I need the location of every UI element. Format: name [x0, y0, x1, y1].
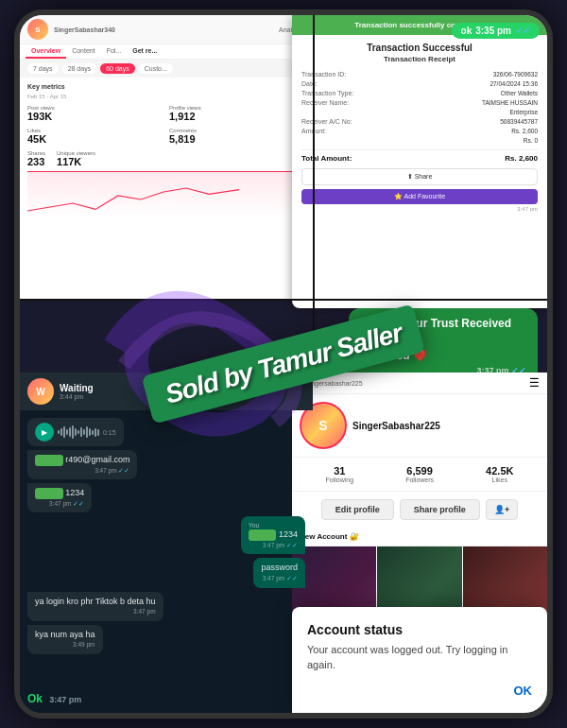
tx-row-amount: Amount: Rs. 2,600	[301, 128, 538, 134]
msg-time-3: 3:47 pm ✓✓	[249, 542, 298, 549]
account-status-modal: Account status Your account was logged o…	[292, 607, 547, 713]
transaction-card: Transaction Successful Transaction Recei…	[292, 35, 547, 219]
tx-row-acno: Receiver A/C No: 50839445787	[301, 118, 538, 125]
chat-contact-name: Waiting	[60, 383, 94, 393]
tab-get-re[interactable]: Get re...	[127, 44, 163, 59]
msg-email: ●●●● r490@gmail.com 3:47 pm ✓✓	[27, 450, 137, 479]
account-status-text: Your account was logged out. Try logging…	[307, 643, 532, 672]
msg-num-text: kya num aya ha	[35, 630, 95, 639]
waveform	[58, 425, 99, 440]
metrics-grid: Post views 193K Profile views 1,912 Like…	[27, 105, 305, 145]
blurred-pass: ●●●●	[35, 488, 63, 499]
top-ok-ticks: ✓✓	[515, 26, 530, 36]
metric-likes: Likes 45K	[27, 128, 163, 145]
tab-followers[interactable]: Fol...	[101, 44, 128, 59]
analytics-avatar: S	[27, 19, 48, 40]
play-button[interactable]: ▶	[35, 423, 54, 442]
metric-comments: Comments 5,819	[169, 128, 305, 145]
msg-pass-hint: ●●●● 1234 3:47 pm ✓✓	[27, 483, 92, 512]
tiktok-actions: Edit profile Share profile 👤+	[292, 492, 547, 528]
transaction-title: Transaction Successful	[301, 43, 538, 53]
voice-duration: 0:15	[103, 429, 116, 436]
period-7days[interactable]: 7 days	[27, 63, 59, 74]
msg-password-text: password	[261, 563, 298, 572]
blurred-you: ●●●●	[249, 529, 277, 541]
analytics-panel: S SingerSabashar340 Analytics Overview C…	[20, 15, 313, 299]
period-28days[interactable]: 28 days	[62, 63, 97, 74]
msg-time-2: 3:47 pm ✓✓	[35, 500, 84, 508]
new-account-bar: New Account 🔐	[292, 528, 547, 546]
tx-row-id: Transaction ID: 326/06-7909632	[301, 71, 538, 78]
msg-you-reply: You ●●●● 1234 3:47 pm ✓✓	[241, 516, 305, 554]
key-metrics-title: Key metrics	[27, 83, 305, 90]
msg-time-4: 3:47 pm ✓✓	[261, 575, 298, 582]
analytics-username: SingerSabashar340	[54, 26, 115, 33]
share-profile-button[interactable]: Share profile	[400, 499, 480, 520]
msg-time-1: 3:47 pm ✓✓	[35, 467, 129, 475]
metric-post-views: Post views 193K	[27, 105, 163, 122]
msg-login: ya login kro phr Tiktok b deta hu 3:47 p…	[27, 592, 163, 621]
metric-profile-views: Profile views 1,912	[169, 105, 305, 122]
tx-share-button[interactable]: ⬆ Share	[301, 168, 538, 185]
tiktok-stats: 31 Following 6,599 Followers 42.5K Likes	[292, 458, 547, 492]
period-tabs: 7 days 28 days 60 days Custo...	[20, 60, 313, 78]
metric-shares: Shares 233	[27, 150, 45, 167]
top-ok-bubble: ok 3:35 pm ✓✓	[452, 23, 540, 39]
transaction-time: 3:47 pm	[301, 206, 538, 212]
top-ok-time: 3:35 pm	[475, 26, 511, 36]
tx-favourite-button[interactable]: ⭐ Add Favourite	[301, 189, 538, 204]
analytics-tabs: Overview Content Fol... Get re...	[20, 44, 313, 60]
analytics-chart	[27, 171, 305, 218]
tiktok-likes: 42.5K Likes	[486, 465, 513, 483]
account-ok-button[interactable]: OK	[514, 684, 533, 698]
chat-avatar: W	[27, 378, 54, 405]
period-60days[interactable]: 60 days	[100, 63, 135, 74]
tab-overview[interactable]: Overview	[26, 44, 66, 59]
period-custom[interactable]: Custo...	[139, 63, 173, 74]
msg-password: password 3:47 pm ✓✓	[253, 558, 305, 587]
tab-content[interactable]: Content	[66, 44, 101, 59]
msg-you-label: You	[249, 521, 298, 529]
tx-row-type: Transaction Type: Other Wallets	[301, 90, 538, 96]
tiktok-menu-icon[interactable]: ☰	[529, 376, 540, 390]
msg-num: kya num aya ha 3:49 pm	[27, 625, 103, 654]
msg-login-text: ya login kro phr Tiktok b deta hu	[35, 597, 156, 606]
voice-message: ▶	[27, 418, 124, 446]
tiktok-name: SingerSabashar225	[352, 421, 440, 431]
transaction-panel: Transaction successfully completed Trans…	[292, 15, 547, 308]
tablet-frame: S SingerSabashar340 Analytics Overview C…	[14, 9, 553, 719]
msg-time-5: 3:47 pm	[35, 608, 156, 615]
transaction-subtitle: Transaction Receipt	[301, 55, 538, 63]
blurred-email: ●●●●	[35, 455, 63, 466]
tx-row-name: Receiver Name: TAIMSHE HUSSAIN	[301, 99, 538, 106]
tiktok-followers: 6,599 Followers	[405, 465, 434, 483]
tiktok-following: 31 Following	[326, 465, 354, 483]
analytics-body: Key metrics Feb 15 - Apr 15 Post views 1…	[20, 78, 313, 224]
metrics-date: Feb 15 - Apr 15	[27, 94, 305, 99]
screen: S SingerSabashar340 Analytics Overview C…	[20, 15, 547, 713]
analytics-header: S SingerSabashar340 Analytics	[20, 15, 313, 44]
account-status-title: Account status	[307, 622, 532, 637]
metric-unique-viewers: Unique viewers 117K	[57, 150, 95, 167]
add-friend-button[interactable]: 👤+	[486, 499, 518, 520]
tx-row-date: Date: 27/04/2024 15:36	[301, 80, 538, 87]
edit-profile-button[interactable]: Edit profile	[321, 499, 394, 520]
tx-row-enterprise: Enterprise	[301, 109, 538, 115]
bottom-ok-time: 3:47 pm	[49, 695, 81, 704]
msg-time-6: 3:49 pm	[35, 641, 95, 649]
tx-total: Total Amount: Rs. 2,600	[301, 149, 538, 163]
tiktok-profile-header: S SingerSabashar225	[292, 394, 547, 458]
bottom-ok-label: Ok 3:47 pm	[27, 692, 81, 705]
tx-row-amount2: Rs. 0	[301, 137, 538, 144]
horizontal-divider	[20, 299, 547, 301]
chat-panel: W Waiting 3:44 pm ▶	[20, 373, 313, 713]
chat-messages: ▶	[20, 410, 313, 662]
chat-time-header: 3:44 pm	[60, 393, 94, 400]
